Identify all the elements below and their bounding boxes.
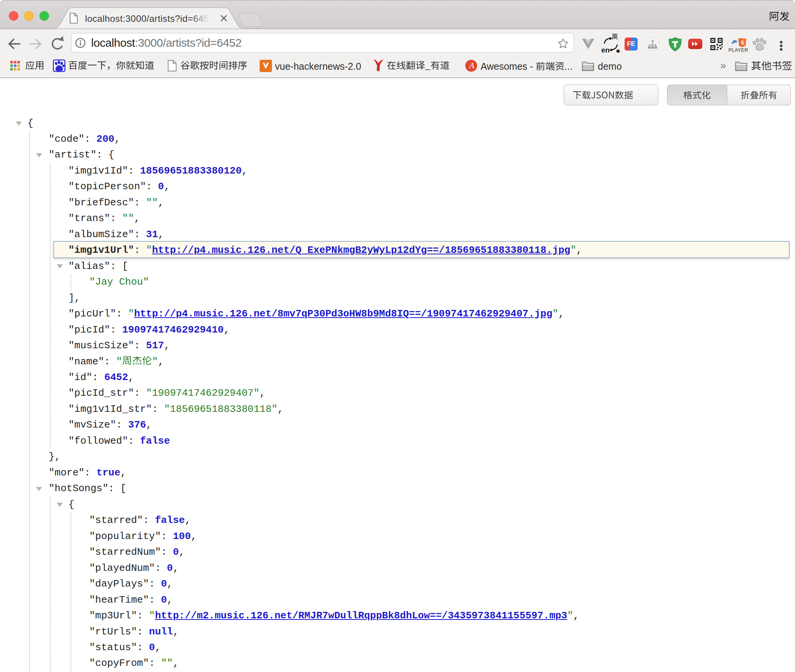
svg-text:5: 5 <box>741 39 744 46</box>
